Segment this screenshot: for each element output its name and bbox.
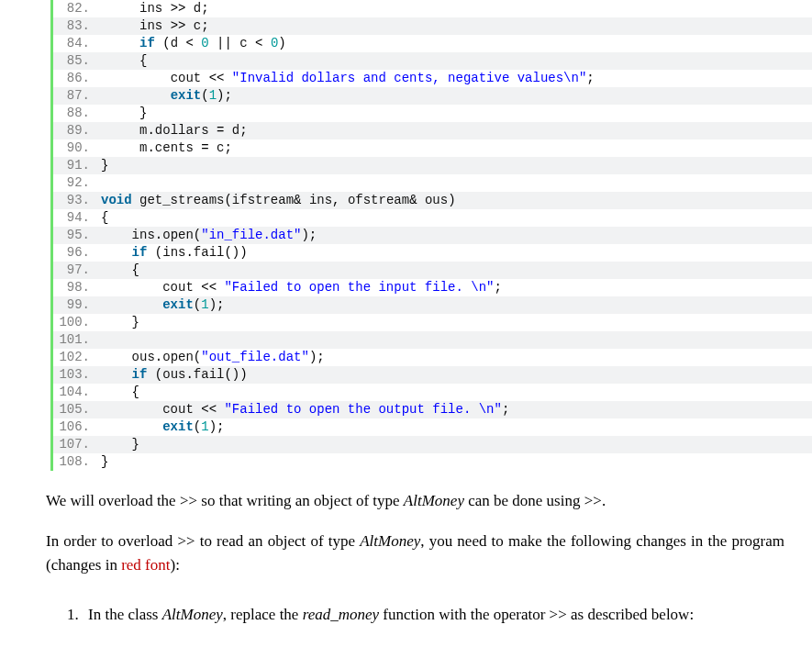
line-code: ins >> d; xyxy=(95,0,209,17)
line-number: 105. xyxy=(50,401,95,418)
red-font-text: red font xyxy=(121,556,170,574)
line-code: if (ins.fail()) xyxy=(95,244,248,262)
code-line: 104. { xyxy=(50,384,812,401)
line-code xyxy=(95,174,108,192)
operator: >> xyxy=(584,492,602,509)
line-number: 83. xyxy=(50,17,95,35)
operator: >> xyxy=(180,492,197,509)
code-line: 82. ins >> d; xyxy=(50,0,812,17)
code-line: 103. if (ous.fail()) xyxy=(50,366,812,384)
line-number: 93. xyxy=(50,192,95,209)
line-code: void get_streams(ifstream& ins, ofstream… xyxy=(95,192,456,209)
line-code: if (d < 0 || c < 0) xyxy=(95,35,286,52)
code-line: 96. if (ins.fail()) xyxy=(50,244,812,262)
text: , replace the xyxy=(223,606,303,623)
line-code: { xyxy=(95,209,108,227)
code-block: 82. ins >> d;83. ins >> c;84. if (d < 0 … xyxy=(50,0,812,471)
text: function with the operator xyxy=(379,606,550,623)
code-line: 98. cout << "Failed to open the input fi… xyxy=(50,279,812,296)
line-code: cout << "Invalid dollars and cents, nega… xyxy=(95,70,595,87)
line-number: 103. xyxy=(50,366,95,384)
line-code xyxy=(95,331,108,349)
line-code: } xyxy=(95,436,139,453)
line-number: 87. xyxy=(50,87,95,105)
line-number: 84. xyxy=(50,35,95,52)
code-line: 93.void get_streams(ifstream& ins, ofstr… xyxy=(50,192,812,209)
code-line: 84. if (d < 0 || c < 0) xyxy=(50,35,812,52)
line-number: 101. xyxy=(50,331,95,349)
line-number: 102. xyxy=(50,349,95,366)
line-number: 82. xyxy=(50,0,95,17)
line-code: ous.open("out_file.dat"); xyxy=(95,349,325,366)
code-line: 107. } xyxy=(50,436,812,453)
line-code: } xyxy=(95,105,147,122)
line-code: exit(1); xyxy=(95,296,224,314)
line-code: } xyxy=(95,314,139,331)
line-code: exit(1); xyxy=(95,418,224,436)
line-code: } xyxy=(95,157,108,174)
code-line: 89. m.dollars = d; xyxy=(50,122,812,139)
code-line: 91.} xyxy=(50,157,812,174)
operator: >> xyxy=(550,606,567,623)
class-name: AltMoney xyxy=(162,606,223,623)
line-number: 104. xyxy=(50,384,95,401)
line-code: m.dollars = d; xyxy=(95,122,248,139)
class-name: AltMoney xyxy=(404,492,464,509)
code-line: 100. } xyxy=(50,314,812,331)
instruction-item-1: In the class AltMoney, replace the read_… xyxy=(83,603,766,627)
line-code: m.cents = c; xyxy=(95,139,232,157)
operator: >> xyxy=(177,532,195,550)
line-number: 89. xyxy=(50,122,95,139)
line-number: 107. xyxy=(50,436,95,453)
code-line: 102. ous.open("out_file.dat"); xyxy=(50,349,812,366)
line-code: if (ous.fail()) xyxy=(95,366,248,384)
line-number: 85. xyxy=(50,52,95,70)
code-line: 101. xyxy=(50,331,812,349)
instruction-list: In the class AltMoney, replace the read_… xyxy=(46,603,766,627)
code-line: 86. cout << "Invalid dollars and cents, … xyxy=(50,70,812,87)
line-number: 96. xyxy=(50,244,95,262)
line-code: { xyxy=(95,262,139,279)
text: We will overload the xyxy=(46,492,180,509)
line-code: cout << "Failed to open the output file.… xyxy=(95,401,509,418)
text: In the class xyxy=(88,606,162,623)
code-line: 97. { xyxy=(50,262,812,279)
code-line: 99. exit(1); xyxy=(50,296,812,314)
code-line: 90. m.cents = c; xyxy=(50,139,812,157)
line-code: ins.open("in_file.dat"); xyxy=(95,227,317,244)
line-number: 99. xyxy=(50,296,95,314)
text: . xyxy=(602,492,606,509)
code-line: 92. xyxy=(50,174,812,192)
code-line: 105. cout << "Failed to open the output … xyxy=(50,401,812,418)
line-number: 98. xyxy=(50,279,95,296)
text: ): xyxy=(170,556,179,574)
line-number: 91. xyxy=(50,157,95,174)
line-code: { xyxy=(95,384,139,401)
line-number: 100. xyxy=(50,314,95,331)
text: as described below: xyxy=(567,606,694,623)
text: In order to overload xyxy=(46,532,177,550)
line-number: 90. xyxy=(50,139,95,157)
code-line: 83. ins >> c; xyxy=(50,17,812,35)
code-line: 94.{ xyxy=(50,209,812,227)
paragraph-overload-steps: In order to overload >> to read an objec… xyxy=(46,530,784,577)
line-code: cout << "Failed to open the input file. … xyxy=(95,279,502,296)
line-code: { xyxy=(95,52,147,70)
code-line: 106. exit(1); xyxy=(50,418,812,436)
class-name: AltMoney xyxy=(360,532,420,550)
line-number: 94. xyxy=(50,209,95,227)
line-number: 88. xyxy=(50,105,95,122)
text: can be done using xyxy=(464,492,584,509)
line-number: 95. xyxy=(50,227,95,244)
code-line: 88. } xyxy=(50,105,812,122)
code-line: 95. ins.open("in_file.dat"); xyxy=(50,227,812,244)
text: to read an object of type xyxy=(195,532,361,550)
line-number: 108. xyxy=(50,453,95,471)
line-code: ins >> c; xyxy=(95,17,209,35)
line-code: exit(1); xyxy=(95,87,232,105)
line-number: 86. xyxy=(50,70,95,87)
line-code: } xyxy=(95,453,108,471)
paragraph-overload-intro: We will overload the >> so that writing … xyxy=(46,489,784,513)
line-number: 92. xyxy=(50,174,95,192)
code-line: 85. { xyxy=(50,52,812,70)
